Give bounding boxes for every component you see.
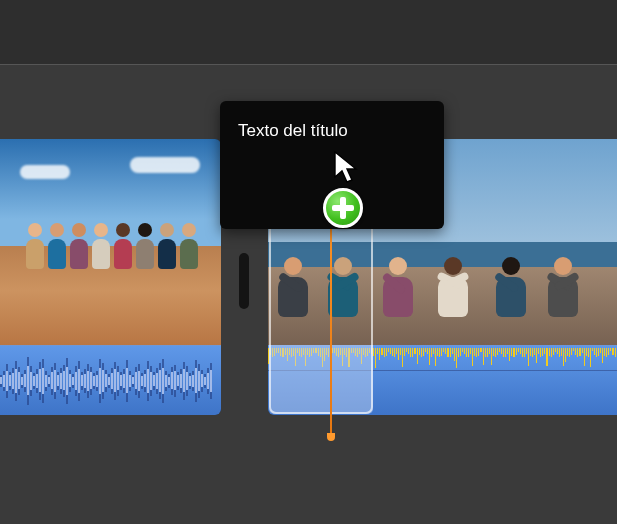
title-preview-label: Texto del título [238, 121, 348, 140]
clip-audio-track[interactable] [0, 345, 221, 415]
clip-gap-handle[interactable] [239, 253, 249, 309]
clip-thumbnail[interactable] [0, 139, 221, 345]
timeline-clip[interactable] [0, 139, 221, 415]
toolbar-area [0, 0, 617, 64]
audio-waveform-overlay [0, 354, 221, 407]
clip-audio-track[interactable] [268, 345, 617, 415]
audio-peaks [268, 348, 617, 368]
add-plus-icon [323, 188, 363, 228]
audio-midline [268, 370, 617, 371]
timeline[interactable]: Texto del título [0, 65, 617, 524]
playhead-cap [327, 433, 335, 441]
